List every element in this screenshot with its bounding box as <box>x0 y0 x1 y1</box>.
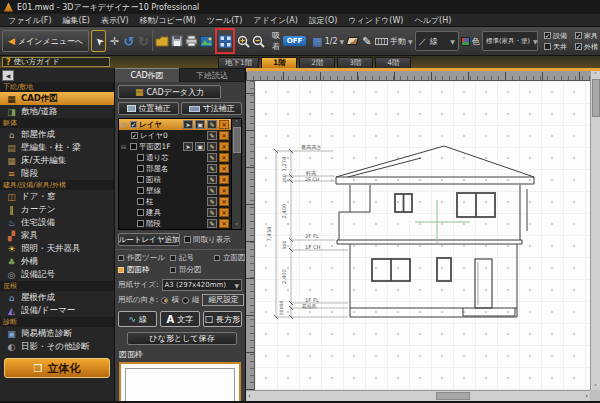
layer-delete-icon[interactable]: ✕ <box>219 219 229 228</box>
sidebar-item-housing-equipment[interactable]: ♨住宅設備 <box>0 216 114 229</box>
sidebar-item-furniture[interactable]: ▞家具 <box>0 229 114 242</box>
layer-checkbox[interactable]: ✓ <box>130 121 137 128</box>
layer-checkbox[interactable] <box>137 154 144 161</box>
layer-delete-icon[interactable]: ✕ <box>219 153 229 162</box>
sidebar-item-structure-check[interactable]: ▣簡易構造診断 <box>0 327 114 340</box>
layer-edit-icon[interactable]: ✎ <box>207 153 217 162</box>
grid-scale-dropdown[interactable]: ▦ 1/2 ▼ <box>312 35 344 48</box>
floor-tab-b1[interactable]: 地下1階 <box>218 57 259 68</box>
checkbox-setsubi[interactable]: ✓設備 <box>544 31 567 41</box>
position-fix-button[interactable]: 位置補正 <box>118 102 179 115</box>
layer-delete-icon[interactable]: ✕ <box>219 175 229 184</box>
layer-checkbox[interactable] <box>137 187 144 194</box>
horizontal-scrollbar[interactable]: ‹ › <box>246 390 590 401</box>
menu-tools[interactable]: ツール(T) <box>207 15 243 26</box>
sidebar-item-wall-column-beam[interactable]: ▤壁編集・柱・梁 <box>0 141 114 154</box>
snap-toggle[interactable]: 吸着 OFF <box>272 30 306 52</box>
pen-tool-button[interactable]: ✎ <box>361 31 373 51</box>
scroll-right-icon[interactable]: › <box>585 392 588 400</box>
menu-settings[interactable]: 設定(O) <box>309 15 338 26</box>
layer-edit-icon[interactable]: ✎ <box>207 120 217 129</box>
layer-row-layer0[interactable]: ✓ レイヤ0 ✎ ✕ <box>119 130 241 141</box>
checkbox-gaikou[interactable]: ✓外構 <box>575 42 598 52</box>
scroll-up-icon[interactable]: ˄ <box>594 71 597 78</box>
drawing-area[interactable]: 最高高さ 軒高 2F CH 2F FL 1F CH 1F FL 最低高 1,27… <box>255 81 590 390</box>
dimension-fix-button[interactable]: 寸法補正 <box>181 102 242 115</box>
sidebar-item-equipment-symbol[interactable]: ◎設備記号 <box>0 268 114 281</box>
menu-view[interactable]: 表示(V) <box>101 15 129 26</box>
sidebar-collapse-button[interactable]: ◀ <box>2 70 14 81</box>
main-menu-button[interactable]: ◀ メインメニューへ <box>2 30 89 52</box>
scrollbar-thumb[interactable] <box>436 392 470 400</box>
color-button[interactable]: 色 <box>461 36 480 47</box>
layer-edit-icon[interactable]: ✎ <box>207 186 217 195</box>
layer-edit-icon[interactable]: ✎ <box>207 131 217 140</box>
menu-edit[interactable]: 編集(E) <box>63 15 90 26</box>
mode-drawing-frame[interactable]: 図面枠 <box>118 265 170 275</box>
layer-edit-icon[interactable]: ✎ <box>207 208 217 217</box>
sidebar-item-cad-draw[interactable]: ▦CAD作図 <box>0 92 114 105</box>
sidebar-item-exterior[interactable]: ♣外構 <box>0 255 114 268</box>
layer-row-heyamei[interactable]: 部屋名✎✕ <box>119 163 241 174</box>
tab-import-underlay[interactable]: 下絵読込 <box>179 68 245 82</box>
menu-file[interactable]: ファイル(F) <box>8 15 52 26</box>
style-preset-dropdown[interactable]: 標準(家具・塗) ▼ <box>482 31 538 51</box>
sidebar-item-floor-ceiling[interactable]: ▦床/天井編集 <box>0 154 114 167</box>
layer-select-icon[interactable]: ➤ <box>183 142 193 151</box>
sidebar-item-dormer[interactable]: ◭設備/ドーマー <box>0 304 114 317</box>
mode-draw-tool[interactable]: 作図ツール <box>118 253 170 263</box>
add-root-layer-button[interactable]: ルートレイヤ追加 <box>118 233 180 246</box>
cad-data-input-button[interactable]: ▦ CADデータ入力 <box>118 85 221 99</box>
menu-window[interactable]: ウィンドウ(W) <box>348 15 403 26</box>
layer-root-row[interactable]: ⊟ ✓ レイヤ ➤ ▣ ✎ ✕ <box>119 119 241 130</box>
mode-symbol[interactable]: 記号 <box>170 253 214 263</box>
layer-delete-icon[interactable]: ✕ <box>219 164 229 173</box>
layer-tree-scrollbar[interactable]: ˄ ˅ <box>231 119 241 229</box>
export-image-button[interactable] <box>200 31 213 51</box>
layer-row-kabesen[interactable]: 壁線✎✕ <box>119 185 241 196</box>
menu-move-copy[interactable]: 移動/コピー(M) <box>140 15 196 26</box>
select-tool-button[interactable]: ➤ <box>91 30 106 52</box>
layer-checkbox[interactable] <box>137 209 144 216</box>
undo-button[interactable]: ↺ <box>123 31 135 51</box>
scroll-down-icon[interactable]: ˅ <box>594 383 597 390</box>
scroll-left-icon[interactable]: ‹ <box>248 392 251 400</box>
checkbox-kagu[interactable]: ✓家具 <box>575 31 598 41</box>
layer-select-icon[interactable]: ➤ <box>183 120 193 129</box>
layer-delete-icon[interactable]: ✕ <box>219 120 229 129</box>
layer-delete-icon[interactable]: ✕ <box>219 131 229 140</box>
floor-tab-2f[interactable]: 2階 <box>299 57 335 68</box>
save-as-template-button[interactable]: ひな形として保存 <box>127 332 237 345</box>
layer-add-folder-icon[interactable]: ▣ <box>195 120 205 129</box>
layer-delete-icon[interactable]: ✕ <box>219 208 229 217</box>
mode-elevation[interactable]: 立面図 <box>214 253 246 263</box>
make-3d-button[interactable]: ❒ 立体化 <box>4 358 110 378</box>
layer-row-tategu[interactable]: 建具✎✕ <box>119 207 241 218</box>
layer-row-plan1f[interactable]: ⊟ 平面図1F ➤ ▣ ✎ ✕ <box>119 141 241 152</box>
tab-cad-draw[interactable]: CAD作図 <box>115 68 179 82</box>
orientation-landscape-radio[interactable] <box>161 297 168 304</box>
sidebar-item-door-window[interactable]: ◫ドア・窓 <box>0 190 114 203</box>
pan-tool-button[interactable]: ✛ <box>108 31 120 51</box>
layer-delete-icon[interactable]: ✕ <box>219 186 229 195</box>
save-button[interactable] <box>171 31 183 51</box>
sidebar-item-shadow-check[interactable]: ◐日影・その他診断 <box>0 340 114 353</box>
scale-setting-button[interactable]: 縮尺設定 <box>202 294 244 306</box>
layer-checkbox[interactable] <box>137 220 144 227</box>
layer-checkbox[interactable] <box>137 176 144 183</box>
layer-add-folder-icon[interactable]: ▣ <box>195 142 205 151</box>
sidebar-item-stairs[interactable]: ≡階段 <box>0 167 114 180</box>
scroll-down-icon[interactable]: ˅ <box>235 222 238 229</box>
layer-edit-icon[interactable]: ✎ <box>207 142 217 151</box>
expand-icon[interactable]: ⊟ <box>121 143 128 150</box>
layer-row-toorishin[interactable]: 通り芯✎✕ <box>119 152 241 163</box>
sidebar-item-room[interactable]: ⌂部屋作成 <box>0 128 114 141</box>
sidebar-item-site-road[interactable]: ◨敷地/道路 <box>0 105 114 118</box>
checkbox-tenjo[interactable]: 天井 <box>544 42 567 52</box>
layer-checkbox[interactable] <box>137 198 144 205</box>
scrollbar-thumb[interactable] <box>592 79 600 117</box>
dimension-mode-dropdown[interactable]: 手動 ▼ <box>375 36 413 47</box>
fit-view-button[interactable] <box>218 31 232 51</box>
redo-button[interactable]: ↻ <box>137 31 149 51</box>
scroll-up-icon[interactable]: ˄ <box>235 119 238 126</box>
